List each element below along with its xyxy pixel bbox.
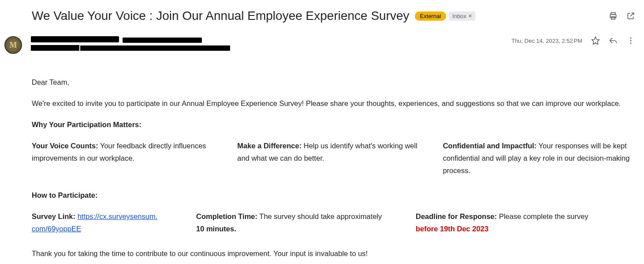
- email-subject: We Value Your Voice : Join Our Annual Em…: [32, 9, 409, 23]
- completion-time-title: Completion Time:: [196, 212, 257, 220]
- remove-label-icon[interactable]: ✕: [468, 13, 472, 19]
- open-new-window-icon[interactable]: [626, 11, 635, 20]
- how-col-time: Completion Time: The survey should take …: [196, 210, 408, 235]
- why-columns: Your Voice Counts: Your feedback directl…: [32, 140, 635, 177]
- header-actions: [609, 11, 640, 20]
- why-col-2: Make a Difference: Help us identify what…: [237, 140, 429, 177]
- redacted-recipients-b: [80, 45, 230, 51]
- survey-link-text-b: com/69yoppEE: [32, 225, 81, 233]
- why-col-1: Your Voice Counts: Your feedback directl…: [32, 140, 224, 177]
- redacted-sender-name: [31, 36, 119, 42]
- more-icon[interactable]: [626, 36, 635, 45]
- why-col-2-title: Make a Difference:: [237, 142, 302, 150]
- inbox-label-text: Inbox: [452, 13, 466, 19]
- how-columns: Survey Link: https://cx.surveysensum.com…: [32, 210, 635, 235]
- deadline-title: Deadline for Response:: [416, 212, 497, 220]
- svg-marker-3: [592, 37, 599, 45]
- greeting-text: Dear Team,: [32, 76, 635, 88]
- survey-link-text-a: https://cx.surveysensum.: [78, 212, 158, 220]
- email-meta-row: Thu, Dec 14, 2023, 2:52 PM: [4, 36, 640, 54]
- how-col-deadline: Deadline for Response: Please complete t…: [416, 210, 635, 235]
- why-col-3-title: Confidential and Impactful:: [443, 142, 537, 150]
- svg-point-6: [630, 42, 632, 44]
- email-header-row: We Value Your Voice : Join Our Annual Em…: [4, 9, 640, 23]
- completion-time-strong: 10 minutes.: [196, 225, 236, 233]
- why-col-3: Confidential and Impactful: Your respons…: [443, 140, 635, 177]
- how-heading: How to Participate:: [32, 189, 635, 201]
- print-icon[interactable]: [609, 11, 618, 20]
- why-col-1-title: Your Voice Counts:: [32, 142, 98, 150]
- sender-avatar[interactable]: [4, 36, 22, 54]
- completion-time-text: The survey should take approximately: [257, 212, 382, 220]
- reply-icon[interactable]: [609, 36, 618, 45]
- why-heading: Why Your Participation Matters:: [32, 118, 635, 131]
- svg-point-5: [630, 40, 632, 41]
- star-icon[interactable]: [591, 36, 600, 45]
- inbox-label-chip[interactable]: Inbox ✕: [449, 11, 476, 21]
- deadline-text: Please complete the survey: [497, 212, 588, 220]
- redacted-recipients-a: [31, 45, 79, 51]
- sender-block: [31, 36, 230, 51]
- deadline-date: before 19th Dec 2023: [416, 225, 488, 233]
- how-col-survey: Survey Link: https://cx.surveysensum.com…: [32, 210, 188, 235]
- thanks-text: Thank you for taking the time to contrib…: [32, 247, 635, 260]
- redacted-sender-email: [123, 38, 202, 43]
- svg-point-4: [630, 38, 632, 39]
- email-body: Dear Team, We're excited to invite you t…: [4, 76, 640, 260]
- intro-text: We're excited to invite you to participa…: [32, 97, 635, 109]
- external-badge: External: [415, 11, 447, 21]
- meta-right: Thu, Dec 14, 2023, 2:52 PM: [511, 36, 640, 45]
- survey-link-title: Survey Link:: [32, 212, 75, 220]
- email-timestamp: Thu, Dec 14, 2023, 2:52 PM: [511, 38, 582, 44]
